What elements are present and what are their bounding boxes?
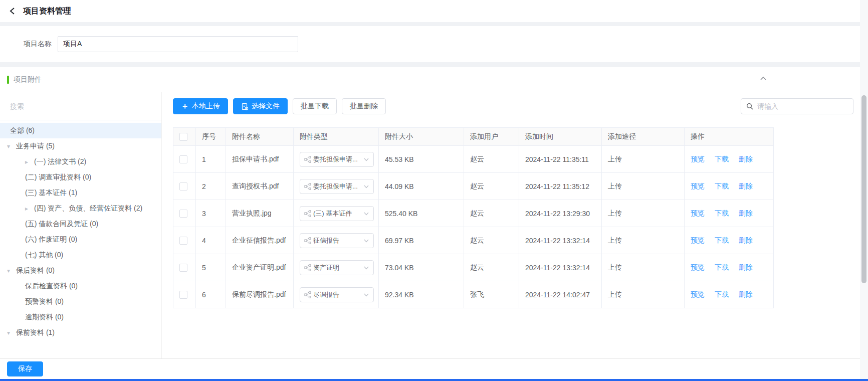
table-search-input[interactable]	[757, 102, 842, 110]
attachment-type-select[interactable]: 尽调报告	[300, 287, 374, 302]
select-file-button[interactable]: 选择文件	[233, 98, 288, 114]
tree-item[interactable]: (五) 借款合同及凭证 (0)	[0, 216, 161, 232]
preview-link[interactable]: 预览	[691, 182, 705, 190]
row-checkbox[interactable]	[179, 210, 187, 218]
collapse-section-button[interactable]	[760, 75, 767, 82]
tree-item[interactable]: ▸ (一) 法律文书 (2)	[0, 154, 161, 169]
delete-link[interactable]: 删除	[739, 236, 753, 244]
row-checkbox[interactable]	[179, 237, 187, 245]
attachment-type-select[interactable]: (三) 基本证件	[300, 206, 374, 221]
save-button[interactable]: 保存	[7, 361, 43, 376]
tree-caret-icon[interactable]: ▾	[7, 329, 16, 336]
tree-search-input[interactable]	[10, 102, 140, 110]
batch-download-button[interactable]: 批量下载	[293, 98, 337, 114]
page-scrollbar[interactable]	[860, 0, 868, 381]
preview-link[interactable]: 预览	[691, 290, 705, 298]
attachment-type-value: 委托担保申请...	[313, 155, 361, 164]
added-via: 上传	[602, 254, 685, 281]
tree-item-label: 业务申请 (5)	[16, 142, 55, 151]
category-sidebar: 全部 (6) ▾ 业务申请 (5) ▸ (一) 法律文书 (2) (二) 调查审…	[0, 92, 162, 358]
download-link[interactable]: 下载	[715, 182, 729, 190]
table-row: 6 保前尽调报告.pdf 尽调报告 92.34 KB 张飞 2024-11-22…	[173, 281, 774, 308]
tree-caret-icon[interactable]: ▾	[7, 143, 16, 150]
footer-bar: 保存	[0, 358, 860, 379]
row-checkbox[interactable]	[179, 155, 187, 163]
attachment-type-select[interactable]: 征信报告	[300, 233, 374, 248]
added-time: 2024-11-22 14:02:47	[519, 281, 602, 308]
tree-search-box	[0, 92, 161, 120]
tree-select-icon	[304, 264, 311, 271]
attachment-type-select[interactable]: 委托担保申请...	[300, 179, 374, 194]
window-edge-line	[0, 379, 868, 381]
row-index: 1	[196, 146, 226, 173]
tree-item[interactable]: (七) 其他 (0)	[0, 247, 161, 263]
tree-item[interactable]: (三) 基本证件 (1)	[0, 185, 161, 201]
tree-item-label: (七) 其他 (0)	[25, 251, 63, 260]
added-via: 上传	[602, 173, 685, 200]
tree-item[interactable]: 保后检查资料 (0)	[0, 278, 161, 294]
preview-link[interactable]: 预览	[691, 155, 705, 163]
section-accent-bar	[7, 76, 9, 84]
local-upload-button[interactable]: ＋ 本地上传	[173, 98, 228, 114]
tree-caret-icon[interactable]: ▾	[7, 267, 16, 274]
tree-item[interactable]: ▾ 保后资料 (0)	[0, 263, 161, 278]
added-via: 上传	[602, 146, 685, 173]
tree-item[interactable]: ▸ (四) 资产、负债、经营佐证资料 (2)	[0, 201, 161, 216]
download-link[interactable]: 下载	[715, 209, 729, 217]
back-button[interactable]	[9, 7, 16, 15]
delete-link[interactable]: 删除	[739, 209, 753, 217]
tree-item[interactable]: 预警资料 (0)	[0, 294, 161, 309]
batch-delete-button[interactable]: 批量删除	[342, 98, 386, 114]
attachment-size: 69.97 KB	[379, 227, 464, 254]
tree-item[interactable]: 全部 (6)	[0, 123, 161, 138]
chevron-down-icon	[363, 211, 369, 217]
chevron-down-icon	[363, 156, 369, 162]
preview-link[interactable]: 预览	[691, 236, 705, 244]
top-bar: 项目资料管理	[0, 0, 868, 22]
row-checkbox[interactable]	[179, 291, 187, 299]
plus-icon: ＋	[181, 102, 189, 110]
tree-item[interactable]: ▾ 业务申请 (5)	[0, 138, 161, 154]
project-form-card: 项目名称	[0, 26, 860, 62]
download-link[interactable]: 下载	[715, 155, 729, 163]
attachment-type-value: 资产证明	[313, 263, 361, 272]
delete-link[interactable]: 删除	[739, 290, 753, 298]
tree-item-label: (四) 资产、负债、经营佐证资料 (2)	[34, 204, 142, 213]
search-icon	[746, 103, 753, 110]
col-header-size: 附件大小	[379, 128, 464, 146]
scrollbar-thumb[interactable]	[861, 95, 866, 283]
chevron-down-icon	[363, 183, 369, 189]
select-all-checkbox[interactable]	[179, 133, 187, 141]
col-header-index: 序号	[196, 128, 226, 146]
tree-caret-icon[interactable]: ▸	[25, 205, 34, 212]
delete-link[interactable]: 删除	[739, 263, 753, 271]
added-via: 上传	[602, 281, 685, 308]
tree-item-label: (三) 基本证件 (1)	[25, 188, 77, 198]
local-upload-label: 本地上传	[192, 102, 220, 111]
chevron-down-icon	[363, 292, 369, 298]
download-link[interactable]: 下载	[715, 263, 729, 271]
tree-item-label: 全部 (6)	[10, 126, 35, 135]
row-index: 2	[196, 173, 226, 200]
attachment-type-select[interactable]: 资产证明	[300, 260, 374, 275]
tree-item[interactable]: ▾ 保前资料 (1)	[0, 325, 161, 340]
download-link[interactable]: 下载	[715, 290, 729, 298]
tree-item[interactable]: (六) 作废证明 (0)	[0, 232, 161, 247]
tree-caret-icon[interactable]: ▸	[25, 158, 34, 165]
tree-select-icon	[304, 156, 311, 163]
tree-item[interactable]: (二) 调查审批资料 (0)	[0, 169, 161, 185]
tree-item[interactable]: 逾期资料 (0)	[0, 309, 161, 325]
delete-link[interactable]: 删除	[739, 155, 753, 163]
col-header-time: 添加时间	[519, 128, 602, 146]
row-checkbox[interactable]	[179, 264, 187, 272]
added-time: 2024-11-22 11:35:11	[519, 146, 602, 173]
preview-link[interactable]: 预览	[691, 263, 705, 271]
row-checkbox[interactable]	[179, 182, 187, 190]
delete-link[interactable]: 删除	[739, 182, 753, 190]
project-name-input[interactable]	[58, 36, 298, 52]
preview-link[interactable]: 预览	[691, 209, 705, 217]
attachments-table: 序号 附件名称 附件类型 附件大小 添加用户 添加时间 添加途径 操作 1 担保…	[173, 127, 774, 308]
attachment-type-select[interactable]: 委托担保申请...	[300, 152, 374, 167]
project-name-label: 项目名称	[0, 40, 58, 49]
download-link[interactable]: 下载	[715, 236, 729, 244]
